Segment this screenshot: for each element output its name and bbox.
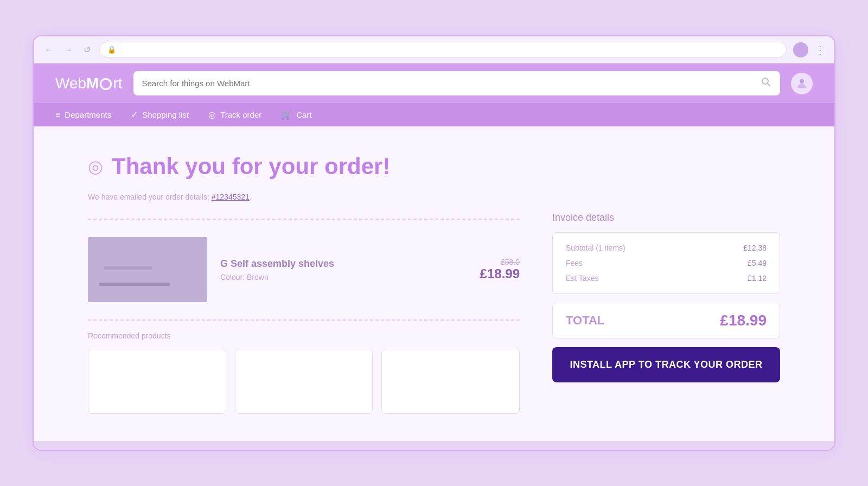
address-bar: 🔒 xyxy=(99,42,787,57)
main-content: ◎ Thank you for your order! We have emai… xyxy=(34,126,834,441)
taxes-label: Est Taxes xyxy=(566,274,598,283)
bottom-divider xyxy=(88,319,520,321)
nav-cart-label: Cart xyxy=(296,110,311,119)
recommended-section: Recommended products xyxy=(88,331,520,414)
nav-departments-label: Departments xyxy=(65,110,111,119)
logo-o-icon xyxy=(100,78,112,90)
colour-value: Brown xyxy=(247,273,269,282)
logo-text-bold: M xyxy=(86,75,99,92)
fees-amount: £5.49 xyxy=(748,259,767,267)
nav-bar: ≡ Departments ✓ Shopping list ◎ Track or… xyxy=(34,103,834,126)
order-number-link[interactable]: #12345321 xyxy=(212,193,250,201)
app-header: WebMrt xyxy=(34,63,834,103)
total-amount: £18.99 xyxy=(720,312,767,329)
product-price: £58.0 £18.99 xyxy=(480,258,520,282)
fees-label: Fees xyxy=(566,259,583,267)
product-colour: Colour: Brown xyxy=(220,273,467,282)
price-original: £58.0 xyxy=(480,258,520,266)
logo-text-light: Web xyxy=(55,75,86,92)
product-details: G Self assembly shelves Colour: Brown xyxy=(220,258,467,282)
back-button[interactable]: ← xyxy=(42,43,55,57)
nav-cart[interactable]: 🛒 Cart xyxy=(281,110,311,120)
email-notice-suffix: . xyxy=(250,193,252,201)
cart-icon: 🛒 xyxy=(281,110,292,120)
invoice-row-subtotal: Subtotal (1 items) £12.38 xyxy=(566,244,767,252)
email-notice: We have emailed your order details: #123… xyxy=(88,193,780,201)
page-title: Thank you for your order! xyxy=(112,154,390,180)
logo: WebMrt xyxy=(55,75,123,92)
email-notice-prefix: We have emailed your order details: xyxy=(88,193,212,201)
recommended-card-2[interactable] xyxy=(235,349,373,414)
forward-button[interactable]: → xyxy=(62,43,75,57)
search-icon xyxy=(761,76,771,87)
footer-bar xyxy=(34,441,834,450)
recommended-grid xyxy=(88,349,520,414)
invoice-box: Subtotal (1 items) £12.38 Fees £5.49 Est… xyxy=(552,232,780,294)
recommended-card-1[interactable] xyxy=(88,349,226,414)
lock-icon: 🔒 xyxy=(107,46,116,54)
departments-icon: ≡ xyxy=(55,110,60,120)
checkmark-icon: ✓ xyxy=(131,110,138,120)
search-input[interactable] xyxy=(142,79,756,88)
invoice-total-row: TOTAL £18.99 xyxy=(552,303,780,338)
browser-profile-circle xyxy=(793,42,808,57)
product-image xyxy=(88,237,207,302)
nav-shopping-list[interactable]: ✓ Shopping list xyxy=(131,110,189,120)
total-label: TOTAL xyxy=(566,314,604,328)
shelf-visual xyxy=(88,237,207,302)
track-icon: ◎ xyxy=(208,110,216,120)
subtotal-amount: £12.38 xyxy=(743,244,767,252)
invoice-title: Invoice details xyxy=(552,212,780,223)
install-app-button[interactable]: INSTALL APP TO TRACK YOUR ORDER xyxy=(552,347,780,382)
browser-window: ← → ↺ 🔒 ⋮ WebMrt xyxy=(33,35,835,451)
invoice-section: Invoice details Subtotal (1 items) £12.3… xyxy=(552,212,780,414)
colour-label: Colour: xyxy=(220,273,245,282)
invoice-row-taxes: Est Taxes £1.12 xyxy=(566,274,767,283)
browser-menu-icon[interactable]: ⋮ xyxy=(815,43,826,56)
price-current: £18.99 xyxy=(480,266,520,282)
heading-target-icon: ◎ xyxy=(88,156,103,177)
thank-you-heading: ◎ Thank you for your order! xyxy=(88,154,780,180)
svg-line-1 xyxy=(768,84,770,86)
search-button[interactable] xyxy=(761,76,771,90)
refresh-button[interactable]: ↺ xyxy=(81,42,93,57)
url-input[interactable] xyxy=(120,46,778,54)
invoice-row-fees: Fees £5.49 xyxy=(566,259,767,267)
product-name: G Self assembly shelves xyxy=(220,258,467,270)
recommended-card-3[interactable] xyxy=(381,349,520,414)
order-item: G Self assembly shelves Colour: Brown £5… xyxy=(88,226,520,313)
subtotal-label: Subtotal (1 items) xyxy=(566,244,626,252)
nav-track-order-label: Track order xyxy=(220,110,261,119)
svg-point-2 xyxy=(800,79,804,84)
browser-chrome: ← → ↺ 🔒 ⋮ xyxy=(34,36,834,63)
search-bar xyxy=(133,71,780,95)
top-divider xyxy=(88,219,520,220)
content-grid: G Self assembly shelves Colour: Brown £5… xyxy=(88,212,780,414)
taxes-amount: £1.12 xyxy=(748,274,767,283)
nav-departments[interactable]: ≡ Departments xyxy=(55,110,111,120)
user-icon xyxy=(795,77,808,90)
order-section: G Self assembly shelves Colour: Brown £5… xyxy=(88,212,520,414)
logo-text-rest: rt xyxy=(113,75,122,92)
nav-shopping-list-label: Shopping list xyxy=(142,110,189,119)
nav-track-order[interactable]: ◎ Track order xyxy=(208,110,261,120)
recommended-title: Recommended products xyxy=(88,331,520,340)
user-avatar[interactable] xyxy=(791,73,813,94)
